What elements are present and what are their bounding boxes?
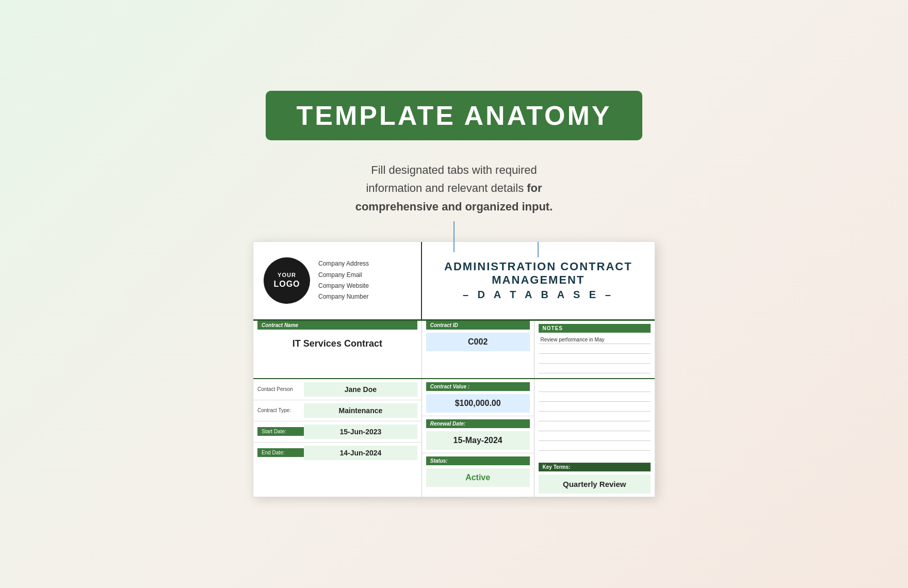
note-line-4 [539,384,651,392]
end-date-label: End Date: [257,448,304,457]
key-terms-section: Key Terms: Quarterly Review [534,460,655,497]
status-label: Status: [426,456,530,465]
contract-name-value: IT Services Contract [257,333,417,355]
note-line-5 [539,394,651,402]
company-number: Company Number [318,292,369,302]
logo-circle: YOUR LOGO [264,257,310,304]
logo-section: YOUR LOGO Company Address Company Email … [253,242,422,319]
key-terms-value: Quarterly Review [539,475,651,494]
contract-type-label: Contract Type: [257,407,304,413]
details-row: Contact Person Jane Doe Contract Type: M… [253,379,655,497]
contract-value-value: $100,000.00 [426,394,530,413]
page-wrapper: TEMPLATE ANATOMY Fill designated tabs wi… [0,0,908,588]
logo-your: YOUR [278,271,296,279]
contract-id-value: C002 [426,333,530,351]
note-line-6 [539,403,651,412]
status-value: Active [426,468,530,487]
contract-id-label: Contract ID [426,321,530,330]
note-line-10 [539,443,651,451]
db-line2: MANAGEMENT [444,273,633,287]
status-field: Status: Active [422,453,534,490]
renewal-date-value: 15-May-2024 [426,431,530,450]
contract-type-field: Contract Type: Maintenance [253,400,421,421]
company-address: Company Address [318,259,369,269]
renewal-date-field: Renewal Date: 15-May-2024 [422,416,534,453]
notes-label: NOTES [539,324,651,333]
note-line-2 [539,355,651,364]
subtitle: Fill designated tabs with required infor… [355,161,553,216]
document-card: YOUR LOGO Company Address Company Email … [253,241,655,497]
doc-header: YOUR LOGO Company Address Company Email … [253,242,655,321]
contract-id-section: Contract ID C002 [422,321,534,378]
subtitle-bold: for [527,182,542,194]
notes-section: NOTES Review performance in May [534,321,655,378]
end-date-field: End Date: 14-Jun-2024 [253,443,421,463]
renewal-date-label: Renewal Date: [426,419,530,428]
company-info: Company Address Company Email Company We… [318,259,369,302]
db-line1: ADMINISTRATION CONTRACT [444,260,633,273]
company-website: Company Website [318,281,369,291]
subtitle-line1: Fill designated tabs with required [371,164,537,176]
mid-col: Contract Value : $100,000.00 Renewal Dat… [422,379,534,497]
left-col: Contact Person Jane Doe Contract Type: M… [253,379,422,497]
end-date-value: 14-Jun-2024 [304,446,417,460]
notes-right: NOTES Review performance in May [534,321,655,378]
start-date-value: 15-Jun-2023 [304,424,417,439]
subtitle-line2: information and relevant details [366,182,527,194]
start-date-label: Start Date: [257,427,304,436]
extra-notes [534,379,655,455]
title-badge: TEMPLATE ANATOMY [266,91,643,140]
notes-text: Review performance in May [539,336,651,344]
note-line-7 [539,413,651,421]
note-line-9 [539,433,651,441]
note-line-3 [539,365,651,373]
page-title: TEMPLATE ANATOMY [297,100,612,131]
start-date-field: Start Date: 15-Jun-2023 [253,421,421,443]
contract-name-left: Contract Name IT Services Contract [253,321,422,378]
logo-text: LOGO [273,279,300,290]
contact-person-label: Contact Person [257,386,304,392]
db-line3: – D A T A B A S E – [444,289,633,301]
contact-person-field: Contact Person Jane Doe [253,379,421,400]
contract-name-label: Contract Name [257,321,417,330]
key-terms-label: Key Terms: [539,463,651,471]
contract-type-value: Maintenance [304,403,417,418]
title-section: ADMINISTRATION CONTRACT MANAGEMENT – D A… [422,242,655,319]
note-line-1 [539,346,651,354]
contract-value-field: Contract Value : $100,000.00 [422,379,534,416]
company-email: Company Email [318,270,369,280]
contract-value-label: Contract Value : [426,382,530,391]
subtitle-line3: comprehensive and organized input. [355,200,553,213]
db-title: ADMINISTRATION CONTRACT MANAGEMENT – D A… [444,260,633,301]
right-col: Key Terms: Quarterly Review [534,379,655,497]
note-line-8 [539,423,651,431]
contract-name-row: Contract Name IT Services Contract Contr… [253,321,655,379]
contact-person-value: Jane Doe [304,382,417,397]
